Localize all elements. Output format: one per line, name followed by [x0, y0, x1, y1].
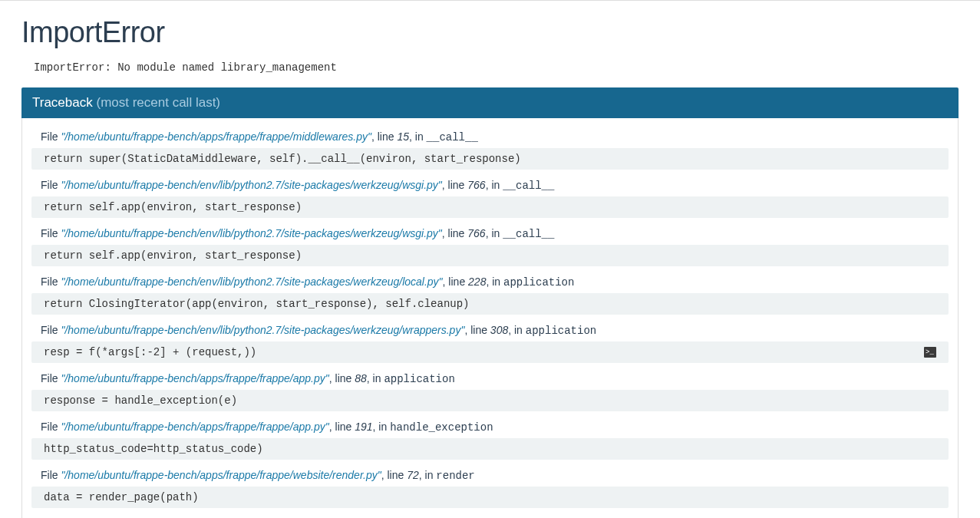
- file-path-link[interactable]: "/home/ubuntu/frappe-bench/env/lib/pytho…: [61, 227, 441, 239]
- in-label: , in: [486, 275, 503, 288]
- traceback-subtitle: (most recent call last): [96, 95, 220, 110]
- traceback-frame: File "/home/ubuntu/frappe-bench/env/lib/…: [31, 176, 949, 218]
- line-number: 15: [397, 130, 409, 143]
- code-text: data = render_page(path): [44, 491, 199, 503]
- function-name: __call__: [503, 180, 554, 192]
- frame-meta: File "/home/ubuntu/frappe-bench/apps/fra…: [31, 514, 949, 518]
- frame-meta: File "/home/ubuntu/frappe-bench/env/lib/…: [31, 176, 949, 196]
- file-path-link[interactable]: "/home/ubuntu/frappe-bench/apps/frappe/f…: [61, 469, 381, 481]
- traceback-frame: File "/home/ubuntu/frappe-bench/apps/fra…: [31, 369, 949, 411]
- code-line[interactable]: return self.app(environ, start_response): [31, 196, 949, 218]
- function-name: __call__: [503, 228, 554, 240]
- line-label: , line: [442, 179, 467, 191]
- in-label: , in: [508, 324, 526, 336]
- code-line[interactable]: response = handle_exception(e): [31, 390, 949, 411]
- line-label: , line: [329, 421, 355, 433]
- line-label: , line: [464, 324, 490, 336]
- line-number: 88: [355, 372, 367, 384]
- code-text: return self.app(environ, start_response): [44, 201, 302, 213]
- function-name: application: [526, 325, 596, 337]
- function-name: render: [436, 470, 474, 482]
- line-number: 228: [468, 275, 486, 288]
- line-label: , line: [443, 275, 468, 288]
- code-line[interactable]: return self.app(environ, start_response): [31, 245, 949, 266]
- code-text: http_status_code=http_status_code): [44, 443, 263, 455]
- function-name: handle_exception: [390, 421, 493, 434]
- traceback-frame: File "/home/ubuntu/frappe-bench/apps/fra…: [31, 127, 949, 170]
- file-path-link[interactable]: "/home/ubuntu/frappe-bench/apps/frappe/f…: [61, 421, 328, 433]
- line-number: 72: [407, 469, 419, 481]
- traceback-frames: File "/home/ubuntu/frappe-bench/apps/fra…: [21, 118, 959, 518]
- file-label: File: [41, 275, 61, 288]
- frame-meta: File "/home/ubuntu/frappe-bench/env/lib/…: [31, 272, 949, 293]
- file-path-link[interactable]: "/home/ubuntu/frappe-bench/env/lib/pytho…: [61, 275, 442, 288]
- in-label: , in: [409, 130, 427, 143]
- traceback-frame: File "/home/ubuntu/frappe-bench/apps/fra…: [31, 514, 949, 518]
- line-number: 308: [490, 324, 508, 336]
- traceback-label: Traceback: [32, 95, 93, 110]
- in-label: , in: [486, 179, 503, 191]
- file-label: File: [41, 469, 61, 481]
- function-name: __call__: [427, 131, 478, 144]
- frame-meta: File "/home/ubuntu/frappe-bench/env/lib/…: [31, 321, 949, 341]
- traceback-frame: File "/home/ubuntu/frappe-bench/env/lib/…: [31, 272, 949, 315]
- line-label: , line: [381, 469, 407, 481]
- code-line[interactable]: http_status_code=http_status_code): [31, 438, 949, 460]
- file-path-link[interactable]: "/home/ubuntu/frappe-bench/apps/frappe/f…: [61, 130, 371, 143]
- error-message: ImportError: No module named library_man…: [21, 61, 959, 87]
- file-label: File: [41, 372, 61, 384]
- code-line[interactable]: return super(StaticDataMiddleware, self)…: [31, 148, 949, 170]
- file-label: File: [41, 227, 61, 239]
- file-label: File: [41, 421, 61, 433]
- code-text: return self.app(environ, start_response): [44, 249, 302, 262]
- code-text: return super(StaticDataMiddleware, self)…: [44, 153, 521, 165]
- file-label: File: [41, 179, 61, 191]
- code-text: resp = f(*args[:-2] + (request,)): [44, 346, 256, 358]
- function-name: application: [384, 373, 454, 385]
- code-line[interactable]: return ClosingIterator(app(environ, star…: [31, 293, 949, 315]
- line-label: , line: [371, 130, 397, 143]
- traceback-frame: File "/home/ubuntu/frappe-bench/apps/fra…: [31, 417, 949, 460]
- traceback-frame: File "/home/ubuntu/frappe-bench/env/lib/…: [31, 321, 949, 363]
- file-path-link[interactable]: "/home/ubuntu/frappe-bench/apps/frappe/f…: [61, 372, 328, 384]
- frame-meta: File "/home/ubuntu/frappe-bench/apps/fra…: [31, 127, 949, 148]
- line-label: , line: [442, 227, 467, 239]
- file-label: File: [41, 324, 61, 336]
- line-number: 766: [467, 227, 485, 239]
- line-number: 191: [355, 421, 372, 433]
- frame-meta: File "/home/ubuntu/frappe-bench/apps/fra…: [31, 466, 949, 487]
- frame-meta: File "/home/ubuntu/frappe-bench/apps/fra…: [31, 417, 949, 438]
- function-name: application: [503, 276, 574, 289]
- line-number: 766: [467, 179, 485, 191]
- in-label: , in: [373, 421, 391, 433]
- in-label: , in: [367, 372, 384, 384]
- file-path-link[interactable]: "/home/ubuntu/frappe-bench/env/lib/pytho…: [61, 179, 441, 191]
- code-text: return ClosingIterator(app(environ, star…: [44, 298, 470, 310]
- in-label: , in: [419, 469, 437, 481]
- console-icon[interactable]: >_: [924, 347, 936, 358]
- frame-meta: File "/home/ubuntu/frappe-bench/env/lib/…: [31, 224, 949, 245]
- code-text: response = handle_exception(e): [44, 394, 237, 407]
- traceback-frame: File "/home/ubuntu/frappe-bench/apps/fra…: [31, 466, 949, 508]
- code-line[interactable]: data = render_page(path): [31, 487, 949, 508]
- frame-meta: File "/home/ubuntu/frappe-bench/apps/fra…: [31, 369, 949, 390]
- traceback-header: Traceback (most recent call last): [21, 87, 959, 118]
- code-line[interactable]: resp = f(*args[:-2] + (request,))>_: [31, 341, 949, 363]
- traceback-frame: File "/home/ubuntu/frappe-bench/env/lib/…: [31, 224, 949, 266]
- page-title: ImportError: [21, 16, 959, 49]
- in-label: , in: [486, 227, 503, 239]
- line-label: , line: [329, 372, 355, 384]
- file-label: File: [41, 130, 61, 143]
- file-path-link[interactable]: "/home/ubuntu/frappe-bench/env/lib/pytho…: [61, 324, 464, 336]
